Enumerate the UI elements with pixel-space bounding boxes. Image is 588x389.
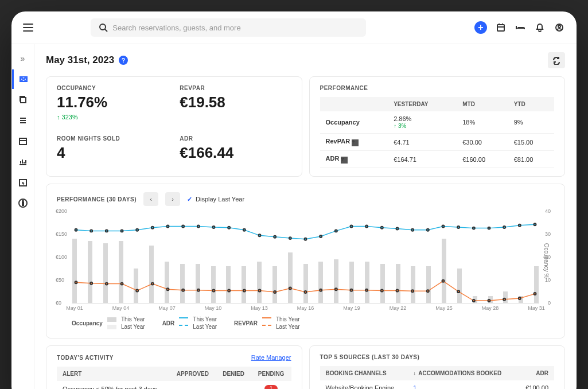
search-input[interactable]: Search reservations, guests, and more [91, 18, 366, 37]
kpi-occupancy-delta: ↑ 323% [57, 114, 168, 120]
activity-card: TODAY'S ACTIVITY Rate Manager ALERT APPR… [46, 345, 302, 389]
y-axis-right-label: Occupancy % [544, 243, 550, 278]
sidebar-chart[interactable] [12, 152, 34, 172]
svg-point-5 [24, 78, 26, 80]
svg-point-12 [75, 229, 77, 231]
bed-icon[interactable] [515, 22, 526, 33]
help-icon[interactable]: ? [119, 56, 128, 65]
svg-point-70 [488, 299, 490, 302]
profile-icon[interactable] [554, 22, 565, 33]
svg-point-66 [427, 290, 429, 292]
sidebar-dashboard[interactable] [12, 69, 34, 89]
kpi-revpar-value: €19.58 [180, 94, 291, 111]
svg-point-56 [274, 291, 276, 293]
svg-point-58 [305, 291, 307, 293]
svg-point-55 [259, 290, 261, 292]
svg-point-37 [457, 226, 460, 228]
svg-point-40 [503, 226, 505, 228]
kpi-rns-label: ROOM NIGHTS SOLD [57, 135, 168, 142]
chart-next-button[interactable]: › [165, 192, 180, 206]
svg-rect-1 [497, 25, 504, 31]
svg-point-3 [558, 25, 560, 28]
svg-point-35 [427, 229, 429, 231]
svg-point-17 [151, 227, 154, 229]
svg-point-60 [335, 288, 337, 290]
svg-rect-7 [20, 138, 26, 145]
svg-point-27 [305, 238, 307, 240]
table-row: Website/Booking Engine 1 €100.00 [320, 380, 555, 389]
svg-point-28 [320, 235, 322, 238]
add-button[interactable]: + [474, 21, 487, 34]
svg-point-0 [100, 24, 106, 30]
sidebar-list[interactable] [12, 111, 34, 130]
svg-point-4 [21, 78, 23, 80]
chart-prev-button[interactable]: ‹ [143, 192, 158, 206]
activity-table: ALERT APPROVED DENIED PENDING Occupancy … [57, 367, 291, 389]
kpi-rns-value: 4 [57, 144, 168, 162]
svg-point-44 [90, 282, 92, 285]
sidebar-info[interactable] [12, 193, 34, 213]
svg-point-65 [411, 290, 414, 292]
svg-point-48 [151, 283, 154, 285]
svg-point-46 [121, 283, 123, 285]
svg-point-23 [243, 229, 246, 231]
svg-point-33 [396, 227, 399, 229]
svg-point-57 [289, 287, 291, 290]
rate-manager-link[interactable]: Rate Manager [251, 354, 291, 361]
bell-icon[interactable] [534, 22, 546, 33]
svg-point-42 [534, 223, 536, 225]
svg-point-54 [243, 290, 246, 292]
sidebar: » [11, 44, 34, 389]
calendar-icon[interactable] [495, 22, 507, 33]
page-title: May 31st, 2023 ? [46, 55, 128, 66]
table-row: Occupancy < 50% for next 3 days - - 1 [57, 381, 291, 389]
table-row: ADR ? €164.71 €160.00 €81.00 [320, 151, 555, 168]
kpi-revpar-label: REVPAR [180, 85, 291, 91]
kpi-adr-label: ADR [180, 135, 291, 142]
chart-legend: OccupancyThis YearLast Year ADRThis Year… [72, 316, 554, 330]
kpi-adr-value: €166.44 [180, 144, 291, 162]
svg-point-63 [381, 290, 383, 292]
svg-point-45 [106, 283, 108, 285]
svg-point-15 [121, 229, 123, 232]
svg-point-38 [473, 227, 475, 229]
svg-point-21 [213, 226, 215, 228]
kpi-occupancy-label: OCCUPANCY [57, 85, 168, 91]
svg-point-25 [274, 236, 276, 238]
sidebar-collapse[interactable]: » [12, 49, 34, 68]
performance-title: PERFORMANCE [320, 85, 555, 91]
svg-point-18 [167, 225, 169, 227]
svg-point-16 [136, 229, 138, 231]
svg-point-26 [289, 237, 291, 239]
sidebar-calendar[interactable] [12, 131, 34, 151]
svg-point-69 [473, 299, 475, 302]
display-last-year-toggle[interactable]: ✓Display Last Year [187, 196, 244, 203]
svg-point-43 [75, 281, 77, 283]
svg-point-41 [519, 224, 521, 227]
menu-icon[interactable] [23, 24, 33, 32]
svg-point-47 [136, 290, 138, 292]
activity-title: TODAY'S ACTIVITY [57, 355, 114, 361]
sidebar-schedule[interactable] [12, 173, 34, 192]
svg-point-50 [182, 289, 184, 291]
svg-point-14 [106, 229, 108, 232]
svg-point-22 [228, 227, 230, 229]
svg-point-51 [197, 289, 200, 291]
refresh-button[interactable] [548, 52, 565, 68]
svg-point-68 [457, 290, 460, 293]
svg-point-30 [351, 225, 353, 227]
chart-card: PERFORMANCE (30 DAYS) ‹ › ✓Display Last … [46, 184, 565, 339]
search-icon [99, 23, 108, 32]
sources-title: TOP 5 SOURCES (LAST 30 DAYS) [320, 354, 555, 360]
svg-point-73 [534, 293, 536, 295]
svg-point-36 [442, 225, 445, 227]
svg-point-19 [182, 225, 184, 227]
svg-point-71 [503, 298, 505, 301]
performance-table: YESTERDAY MTD YTD Occupancy 2.86%↑ 3% 18… [320, 97, 555, 168]
performance-card: PERFORMANCE YESTERDAY MTD YTD Occupancy … [309, 76, 566, 177]
svg-point-31 [365, 225, 368, 227]
sidebar-copy[interactable] [12, 90, 34, 110]
pending-badge[interactable]: 1 [264, 385, 278, 389]
performance-chart: Occupancy % €0€50€100€150€200010203040Ma… [72, 212, 539, 304]
svg-point-53 [228, 290, 230, 292]
